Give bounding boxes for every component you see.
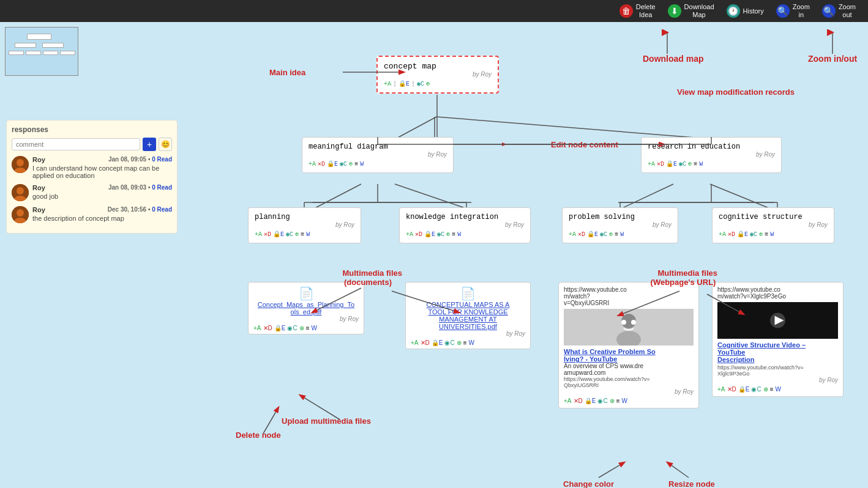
response-meta-1: Jan 08, 09:05 • 0 Read (108, 156, 172, 163)
svg-line-33 (263, 407, 279, 434)
response-avatar-3 (12, 206, 29, 223)
url1-by: by Roy (564, 388, 694, 395)
comment-add-button[interactable]: + (143, 138, 156, 151)
url2-by: by Roy (717, 377, 838, 383)
edit-node-arrow-right (618, 138, 667, 150)
doc2-by: by Roy (411, 330, 525, 337)
doc1-by: by Roy (253, 316, 359, 322)
problem-solving-actions: +A ✕D 🔒E ◉C ⊕ ≡ W (569, 231, 672, 238)
response-item-2: Roy Jan 08, 09:03 • 0 Read good job (12, 184, 172, 201)
comment-bar: + 😊 (12, 138, 172, 151)
response-text-2: good job (32, 193, 172, 200)
knowledge-integration-label: knowledge integration (406, 213, 524, 221)
problem-solving-node[interactable]: problem solving by Roy +A ✕D 🔒E ◉C ⊕ ≡ W (562, 207, 678, 243)
comment-smile-button[interactable]: 😊 (159, 138, 172, 151)
url1-node[interactable]: https://www.youtube.co m/watch? v=QbxyiU… (558, 282, 699, 409)
move-action[interactable]: ⊕ (426, 80, 430, 87)
response-read-1[interactable]: 0 Read (152, 156, 172, 163)
svg-point-25 (17, 209, 24, 216)
delete-idea-button[interactable]: 🗑 Delete Idea (619, 3, 656, 19)
svg-line-4 (621, 184, 673, 209)
research-education-by: by Roy (648, 151, 775, 158)
knowledge-integration-node[interactable]: knowledge integration by Roy +A ✕D 🔒E ◉C… (399, 207, 531, 243)
svg-line-2 (314, 184, 361, 209)
url1-desc: An overview of CPS www.dre amupward.com (564, 363, 694, 376)
url1-thumb (564, 309, 694, 346)
color-action[interactable]: ◉C (417, 80, 424, 87)
svg-point-22 (17, 187, 24, 194)
delete-node-annotation: Delete node (236, 431, 281, 440)
edit-node-annotation: Edit node content (502, 138, 667, 150)
change-color-annotation: Change color (563, 479, 614, 488)
responses-panel: responses + 😊 Roy Jan 08, 09:05 • 0 Read… (6, 120, 178, 234)
url2-full-url: https://www.youtube.com/watch?v= Xlglc9P… (717, 364, 838, 377)
cognitive-structure-node[interactable]: cognitive structure by Roy +A ✕D 🔒E ◉C ⊕… (712, 207, 834, 243)
url2-text: https://www.youtube.co m/watch?v=Xlglc9P… (717, 286, 838, 300)
response-author-3: Roy (32, 206, 45, 213)
comment-input[interactable] (12, 138, 140, 150)
history-button[interactable]: 🕐 History (727, 4, 764, 18)
planning-by: by Roy (255, 221, 354, 228)
meaningful-diagram-label: meaningful diagram (309, 142, 447, 151)
url2-title[interactable]: Cognitive Structure Video – YouTube Desc… (717, 341, 838, 363)
url2-node[interactable]: https://www.youtube.co m/watch?v=Xlglc9P… (712, 282, 844, 397)
download-map-label: Download Map (684, 3, 714, 19)
svg-line-3 (395, 184, 466, 209)
svg-line-5 (710, 184, 770, 209)
upload-annotation: Upload multimedia files (282, 416, 371, 426)
multimedia-url-annotation: Multimedia files (Webpage's URL) (649, 259, 717, 296)
download-map-button[interactable]: ⬇ Download Map (668, 3, 714, 19)
planning-node[interactable]: planning by Roy +A ✕D 🔒E ◉C ⊕ ≡ W (248, 207, 361, 243)
response-meta-3: Dec 30, 10:56 • 0 Read (108, 206, 172, 213)
doc2-link[interactable]: CONCEPTUAL MAPS AS A TOOL FOR KNOWLEDGE … (411, 301, 525, 330)
add-action[interactable]: +A (384, 81, 391, 87)
doc1-link[interactable]: Concept_Maps_as_Planning_To ols_ed.pdf (253, 301, 359, 316)
knowledge-integration-actions: +A ✕D 🔒E ◉C ⊕ ≡ W (406, 231, 524, 238)
planning-actions: +A ✕D 🔒E ◉C ⊕ ≡ W (255, 231, 354, 238)
url1-title[interactable]: What is Creative Problem So lving? - You… (564, 348, 694, 363)
zoom-annotation-arrow (826, 29, 839, 54)
zoom-out-button[interactable]: 🔍 Zoom out (822, 3, 856, 19)
pdf2-icon: 📄 (411, 286, 525, 301)
cognitive-structure-label: cognitive structure (719, 213, 828, 221)
meaningful-diagram-actions: +A ✕D 🔒E ◉C ⊕ ≡ W (309, 160, 447, 168)
svg-point-13 (621, 320, 626, 325)
problem-solving-label: problem solving (569, 213, 672, 221)
url2-actions: +A ✕D 🔒E ◉C ⊕ ≡ W (717, 386, 838, 393)
response-meta-2: Jan 08, 09:03 • 0 Read (108, 184, 172, 191)
svg-line-32 (300, 395, 340, 420)
cognitive-structure-by: by Roy (719, 221, 828, 228)
response-text-3: the description of concept map (32, 215, 172, 222)
response-read-3[interactable]: 0 Read (152, 206, 172, 213)
url2-thumb (717, 302, 838, 339)
edit-node-arrow-left (502, 138, 551, 150)
trash-icon: 🗑 (619, 4, 633, 18)
svg-point-12 (616, 331, 641, 346)
main-idea-annotation: Main idea (269, 68, 305, 77)
zoom-out-label: Zoom out (839, 3, 856, 19)
responses-title: responses (12, 125, 172, 134)
history-label: History (743, 7, 764, 15)
meaningful-diagram-by: by Roy (309, 151, 447, 158)
cognitive-structure-actions: +A ✕D 🔒E ◉C ⊕ ≡ W (719, 231, 828, 238)
minimap (5, 27, 78, 76)
svg-line-36 (599, 462, 624, 478)
view-records-annotation: View map modification records (677, 87, 795, 97)
zoom-out-icon: 🔍 (822, 4, 836, 18)
response-avatar-1 (12, 156, 29, 173)
zoom-inout-annotation: Zoom in/out (808, 54, 857, 64)
meaningful-diagram-node[interactable]: meaningful diagram by Roy +A ✕D 🔒E ◉C ⊕ … (302, 137, 454, 173)
response-item-3: Roy Dec 30, 10:56 • 0 Read the descripti… (12, 206, 172, 223)
resize-node-annotation: Resize node (668, 479, 715, 488)
response-author-2: Roy (32, 184, 45, 191)
canvas: concept map by Roy +A | 🔒E | ◉C ⊕ meanin… (0, 22, 868, 488)
download-map-annotation: Download map (643, 54, 704, 64)
zoom-in-button[interactable]: 🔍 Zoom in (776, 3, 810, 19)
main-idea-arrow (343, 63, 416, 81)
multimedia-docs-annotation: Multimedia files (documents) (334, 259, 402, 296)
svg-point-19 (17, 159, 24, 166)
research-education-actions: +A ✕D 🔒E ◉C ⊕ ≡ W (648, 160, 775, 168)
doc2-node[interactable]: 📄 CONCEPTUAL MAPS AS A TOOL FOR KNOWLEDG… (405, 282, 531, 349)
doc2-actions: +A ✕D 🔒E ◉C ⊕ ≡ W (411, 339, 525, 346)
response-read-2[interactable]: 0 Read (152, 184, 172, 191)
